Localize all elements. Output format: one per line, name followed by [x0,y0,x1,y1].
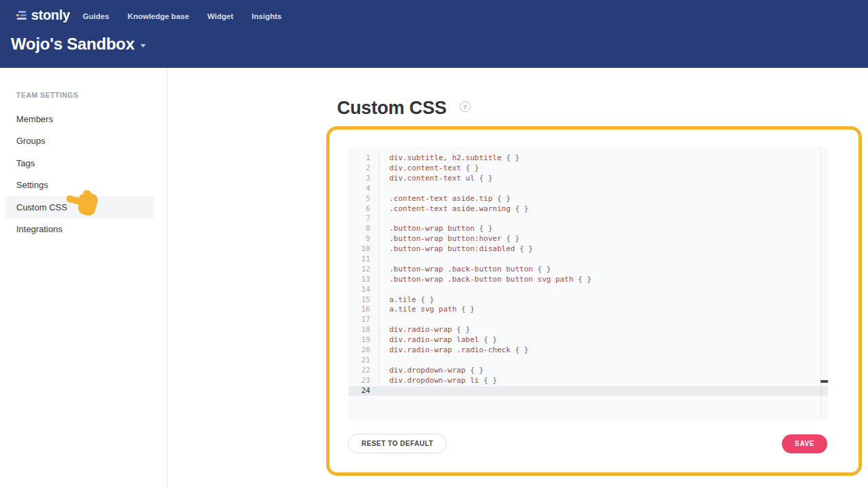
code-line[interactable]: 9.button-wrap button:hover { } [349,234,828,244]
code-line[interactable]: 20div.radio-wrap .radio-check { } [349,345,828,356]
line-number: 5 [349,194,379,204]
code-line[interactable]: 15a.tile { } [349,295,828,305]
custom-css-card: 1div.subtitle, h2.subtitle { }2div.conte… [326,126,862,476]
line-number: 14 [349,285,379,295]
code-text: .content-text aside.tip { } [379,194,828,204]
stonly-logo-icon [16,11,27,20]
line-number: 19 [349,335,379,345]
css-code-editor[interactable]: 1div.subtitle, h2.subtitle { }2div.conte… [349,147,828,419]
line-number: 6 [349,204,379,214]
line-number: 2 [349,164,379,174]
logo[interactable]: stonly [16,7,70,23]
line-number: 10 [349,244,379,255]
workspace-row: Wojo's Sandbox [0,23,868,54]
sidebar-items: MembersGroupsTagsSettingsCustom CSSInteg… [0,108,167,240]
code-line[interactable]: 18div.radio-wrap { } [349,325,828,335]
code-text: .button-wrap button:hover { } [379,234,828,244]
code-text: .button-wrap .back-button button { } [379,265,828,275]
code-line[interactable]: 6.content-text aside.warning { } [349,204,828,214]
line-number: 12 [349,265,379,275]
workspace-title[interactable]: Wojo's Sandbox [11,35,134,54]
code-line[interactable]: 13.button-wrap .back-button button svg p… [349,275,828,285]
code-text [379,184,828,194]
sidebar-item-groups[interactable]: Groups [0,130,167,153]
button-row: RESET TO DEFAULT SAVE [330,434,859,453]
sidebar-item-settings[interactable]: Settings [0,174,167,197]
code-line[interactable]: 22div.dropdown-wrap { } [349,366,828,376]
sidebar-item-tags[interactable]: Tags [0,152,167,174]
nav-item-guides[interactable]: Guides [83,12,109,20]
code-text: div.radio-wrap { } [379,325,828,335]
code-line[interactable]: 24 [349,386,828,396]
content: TEAM SETTINGS MembersGroupsTagsSettingsC… [0,68,868,488]
code-line[interactable]: 4 [349,184,828,194]
scrollbar-track [821,147,821,419]
code-text: div.radio-wrap .radio-check { } [379,345,828,356]
code-text: a.tile { } [379,295,828,305]
code-text: .button-wrap button:disabled { } [379,244,828,255]
page: stonly GuidesKnowledge baseWidgetInsight… [0,0,868,488]
code-line[interactable]: 10.button-wrap button:disabled { } [349,244,828,255]
code-text [379,356,828,366]
line-number: 18 [349,325,379,335]
code-text: div.content-text ul { } [379,174,828,184]
code-text: .content-text aside.warning { } [379,204,828,214]
code-line[interactable]: 23div.dropdown-wrap li { } [349,376,828,386]
code-text: div.dropdown-wrap li { } [379,376,828,386]
code-line[interactable]: 1div.subtitle, h2.subtitle { } [349,153,828,164]
line-number: 11 [349,255,379,265]
code-line[interactable]: 19div.radio-wrap label { } [349,335,828,345]
line-number: 17 [349,315,379,325]
line-number: 3 [349,174,379,184]
code-line[interactable]: 2div.content-text { } [349,164,828,174]
code-line[interactable]: 14 [349,285,828,295]
line-number: 9 [349,234,379,244]
title-row: Custom CSS ? [337,98,868,119]
sidebar-heading: TEAM SETTINGS [16,91,167,99]
code-text [379,255,828,265]
line-number: 7 [349,214,379,224]
page-title: Custom CSS [337,98,447,119]
sidebar-item-integrations[interactable]: Integrations [0,219,167,241]
code-text [379,386,828,396]
topbar-nav-row: stonly GuidesKnowledge baseWidgetInsight… [0,0,868,23]
line-number: 21 [349,356,379,366]
help-icon[interactable]: ? [460,101,471,112]
line-number: 15 [349,295,379,305]
reset-to-default-button[interactable]: RESET TO DEFAULT [348,434,447,453]
line-number: 24 [349,386,379,396]
scrollbar-thumb[interactable] [821,380,828,383]
sidebar: TEAM SETTINGS MembersGroupsTagsSettingsC… [0,68,167,488]
save-button[interactable]: SAVE [782,434,827,453]
logo-text: stonly [31,7,70,23]
sidebar-item-members[interactable]: Members [0,108,167,130]
sidebar-item-custom-css[interactable]: Custom CSS [5,196,154,219]
line-number: 16 [349,305,379,315]
code-line[interactable]: 21 [349,356,828,366]
line-number: 13 [349,275,379,285]
code-text [379,285,828,295]
code-text: a.tile svg path { } [379,305,828,315]
code-text [379,214,828,224]
nav-item-knowledge-base[interactable]: Knowledge base [127,12,189,20]
code-line[interactable]: 8.button-wrap button { } [349,224,828,234]
code-text [379,315,828,325]
code-line[interactable]: 11 [349,255,828,265]
caret-down-icon[interactable] [140,44,146,48]
main-panel: Custom CSS ? 1div.subtitle, h2.subtitle … [167,68,868,488]
line-number: 8 [349,224,379,234]
topbar: stonly GuidesKnowledge baseWidgetInsight… [0,0,868,68]
line-number: 23 [349,376,379,386]
code-line[interactable]: 12.button-wrap .back-button button { } [349,265,828,275]
code-text: div.subtitle, h2.subtitle { } [379,153,828,164]
code-line[interactable]: 16a.tile svg path { } [349,305,828,315]
nav-item-widget[interactable]: Widget [208,12,233,20]
code-line[interactable]: 7 [349,214,828,224]
code-line[interactable]: 3div.content-text ul { } [349,174,828,184]
line-number: 4 [349,184,379,194]
code-text: .button-wrap .back-button button svg pat… [379,275,828,285]
line-number: 1 [349,153,379,164]
code-line[interactable]: 17 [349,315,828,325]
code-line[interactable]: 5.content-text aside.tip { } [349,194,828,204]
nav-item-insights[interactable]: Insights [252,12,281,20]
